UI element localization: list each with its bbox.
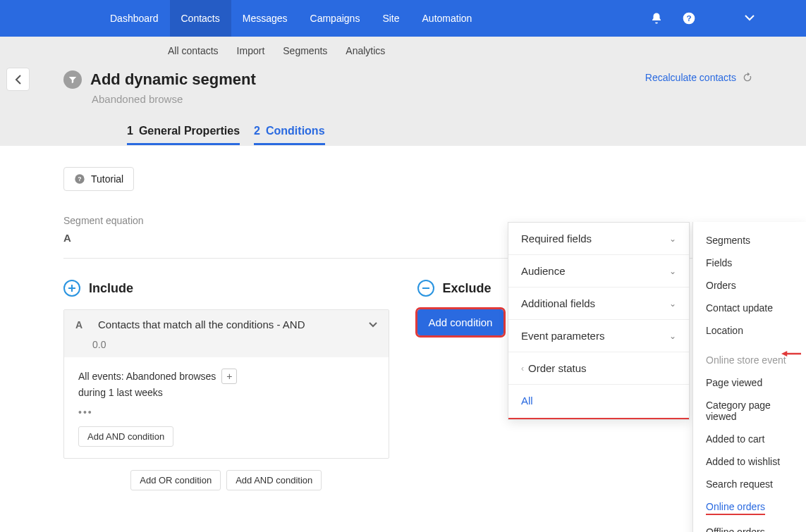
subnav-analytics[interactable]: Analytics xyxy=(346,41,385,61)
popover-audience[interactable]: Audience ⌄ xyxy=(508,255,689,287)
popover-all[interactable]: All xyxy=(508,385,689,419)
nav-contacts[interactable]: Contacts xyxy=(170,0,231,37)
nav-messages[interactable]: Messages xyxy=(231,0,299,37)
popover-event-parameters[interactable]: Event parameters ⌄ xyxy=(508,320,689,352)
svg-text:?: ? xyxy=(78,175,81,183)
card-add-and-button[interactable]: Add AND condition xyxy=(78,426,173,447)
popover-additional-fields[interactable]: Additional fields ⌄ xyxy=(508,287,689,320)
recalculate-label: Recalculate contacts xyxy=(645,72,736,83)
more-icon[interactable]: ••• xyxy=(78,407,374,418)
nav-dashboard[interactable]: Dashboard xyxy=(99,0,170,37)
popover-order-status[interactable]: ‹ Order status xyxy=(508,352,689,385)
add-and-button[interactable]: Add AND condition xyxy=(226,470,322,490)
chevron-left-icon: ‹ xyxy=(521,364,524,373)
popover-required-fields[interactable]: Required fields ⌄ xyxy=(508,223,689,255)
help-circle-icon: ? xyxy=(74,173,85,185)
chevron-down-icon: ⌄ xyxy=(669,234,676,244)
card-letter: A xyxy=(75,319,88,330)
refresh-icon xyxy=(742,72,753,83)
list-orders[interactable]: Orders xyxy=(693,274,806,297)
tutorial-button[interactable]: ? Tutorial xyxy=(63,167,134,191)
step-general-properties[interactable]: 1 General Properties xyxy=(127,119,240,145)
card-title: Contacts that match all the conditions -… xyxy=(98,318,305,330)
card-score: 0.0 xyxy=(64,339,389,357)
chevron-down-icon: ⌄ xyxy=(669,266,676,276)
include-plus-icon[interactable] xyxy=(63,280,80,297)
help-icon[interactable]: ? xyxy=(675,4,703,32)
notifications-icon[interactable] xyxy=(642,4,671,32)
svg-text:?: ? xyxy=(686,13,691,23)
segment-icon xyxy=(63,70,82,89)
list-fields[interactable]: Fields xyxy=(693,252,806,274)
list-location[interactable]: Location xyxy=(693,319,806,342)
list-category-page-viewed[interactable]: Category page viewed xyxy=(693,394,806,428)
subnav-segments[interactable]: Segments xyxy=(283,41,327,61)
include-title: Include xyxy=(89,281,133,296)
page-subtitle: Abandoned browse xyxy=(92,93,743,105)
page-header: Add dynamic segment Abandoned browse Rec… xyxy=(0,65,806,146)
subnav-import[interactable]: Import xyxy=(237,41,265,61)
card-header[interactable]: A Contacts that match all the conditions… xyxy=(64,310,389,339)
step-conditions[interactable]: 2 Conditions xyxy=(254,119,324,145)
add-event-button[interactable]: + xyxy=(221,369,237,384)
add-condition-button[interactable]: Add condition xyxy=(417,309,504,335)
list-segments[interactable]: Segments xyxy=(693,229,806,252)
chevron-down-icon xyxy=(369,322,377,328)
condition-list-popover: Segments Fields Orders Contact update Lo… xyxy=(692,222,806,532)
account-dropdown[interactable] xyxy=(735,4,764,32)
annotation-arrow-icon xyxy=(781,349,801,359)
nav-automation[interactable]: Automation xyxy=(411,0,484,37)
subnav-all-contacts[interactable]: All contacts xyxy=(168,41,219,61)
list-added-to-wishlist[interactable]: Added to wishlist xyxy=(693,450,806,473)
chevron-down-icon: ⌄ xyxy=(669,331,676,341)
event-line-2: during 1 last weeks xyxy=(78,387,374,398)
list-offline-orders[interactable]: Offline orders xyxy=(693,521,806,532)
list-contact-update[interactable]: Contact update xyxy=(693,297,806,319)
list-page-viewed[interactable]: Page viewed xyxy=(693,371,806,394)
condition-type-popover: Required fields ⌄ Audience ⌄ Additional … xyxy=(508,222,690,420)
tutorial-label: Tutorial xyxy=(91,173,123,185)
exclude-minus-icon[interactable] xyxy=(417,280,434,297)
event-line-1: All events: Abandoned browses xyxy=(78,371,216,382)
chevron-down-icon: ⌄ xyxy=(669,299,676,309)
include-column: Include A Contacts that match all the co… xyxy=(63,280,389,490)
svg-marker-5 xyxy=(781,351,787,357)
exclude-title: Exclude xyxy=(443,281,491,296)
page-title: Add dynamic segment xyxy=(90,70,256,89)
sub-nav: All contacts Import Segments Analytics xyxy=(0,37,806,65)
step-tabs: 1 General Properties 2 Conditions xyxy=(127,119,679,146)
list-search-request[interactable]: Search request xyxy=(693,473,806,495)
nav-site[interactable]: Site xyxy=(371,0,410,37)
condition-card-a: A Contacts that match all the conditions… xyxy=(63,309,389,459)
list-online-orders[interactable]: Online orders xyxy=(706,501,765,515)
top-nav: Dashboard Contacts Messages Campaigns Si… xyxy=(0,0,806,37)
list-added-to-cart[interactable]: Added to cart xyxy=(693,428,806,450)
add-or-button[interactable]: Add OR condition xyxy=(130,470,221,490)
nav-campaigns[interactable]: Campaigns xyxy=(299,0,372,37)
recalculate-link[interactable]: Recalculate contacts xyxy=(645,72,753,83)
